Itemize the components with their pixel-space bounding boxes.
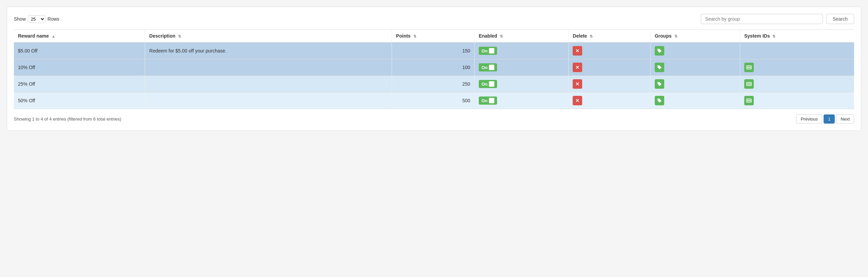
cell-points: 100 xyxy=(392,59,475,76)
rewards-table: Reward name ▲ Description ⇅ Points ⇅ Ena… xyxy=(14,29,854,109)
cell-description xyxy=(145,92,392,109)
table-header-row: Reward name ▲ Description ⇅ Points ⇅ Ena… xyxy=(14,30,854,43)
sort-icon-description: ⇅ xyxy=(178,34,181,39)
sysid-button[interactable] xyxy=(744,96,754,105)
groups-button[interactable] xyxy=(655,63,664,72)
cell-delete: ✕ xyxy=(569,59,651,76)
delete-button[interactable]: ✕ xyxy=(573,96,582,105)
cell-delete: ✕ xyxy=(569,92,651,109)
col-header-delete[interactable]: Delete ⇅ xyxy=(569,30,651,43)
search-area: Search xyxy=(701,14,854,24)
table-row: $5.00 OffRedeem for $5.00 off your purch… xyxy=(14,42,854,59)
cell-enabled: On xyxy=(474,92,568,109)
toggle-knob xyxy=(489,81,494,87)
cell-reward-name: 10% Off xyxy=(14,59,145,76)
cell-description xyxy=(145,76,392,92)
cell-sysid xyxy=(740,76,854,92)
search-button[interactable]: Search xyxy=(826,14,854,24)
sysid-button[interactable] xyxy=(744,63,754,72)
col-header-groups[interactable]: Groups ⇅ xyxy=(650,30,740,43)
sort-icon-reward-name: ▲ xyxy=(52,34,55,38)
delete-button[interactable]: ✕ xyxy=(573,63,582,72)
main-container: Show 25 10 50 100 Rows Search Reward nam… xyxy=(7,7,861,131)
cell-sysid xyxy=(740,92,854,109)
groups-button[interactable] xyxy=(655,79,664,89)
cell-enabled: On xyxy=(474,42,568,59)
toggle-knob xyxy=(489,98,494,103)
rows-label: Rows xyxy=(47,16,59,22)
pagination: Previous 1 Next xyxy=(796,114,854,124)
cell-description: Redeem for $5.00 off your purchase. xyxy=(145,42,392,59)
sysid-button[interactable] xyxy=(744,79,754,89)
enabled-toggle[interactable]: On xyxy=(479,47,497,55)
sort-icon-points: ⇅ xyxy=(413,34,416,39)
enabled-toggle[interactable]: On xyxy=(479,63,497,71)
col-header-enabled[interactable]: Enabled ⇅ xyxy=(474,30,568,43)
cell-points: 500 xyxy=(392,92,475,109)
col-header-description[interactable]: Description ⇅ xyxy=(145,30,392,43)
cell-delete: ✕ xyxy=(569,76,651,92)
search-group-input[interactable] xyxy=(701,14,823,24)
groups-button[interactable] xyxy=(655,96,664,105)
cell-points: 150 xyxy=(392,42,475,59)
cell-points: 250 xyxy=(392,76,475,92)
cell-sysid xyxy=(740,59,854,76)
col-header-points[interactable]: Points ⇅ xyxy=(392,30,475,43)
cell-groups xyxy=(650,42,740,59)
cell-groups xyxy=(650,92,740,109)
enabled-toggle[interactable]: On xyxy=(479,80,497,88)
sort-icon-delete: ⇅ xyxy=(590,34,593,39)
cell-enabled: On xyxy=(474,76,568,92)
enabled-toggle[interactable]: On xyxy=(479,97,497,105)
cell-enabled: On xyxy=(474,59,568,76)
cell-groups xyxy=(650,76,740,92)
table-row: 25% Off250On✕ xyxy=(14,76,854,92)
rows-select[interactable]: 25 10 50 100 xyxy=(28,15,45,23)
cell-groups xyxy=(650,59,740,76)
top-bar: Show 25 10 50 100 Rows Search xyxy=(14,14,854,24)
table-row: 50% Off500On✕ xyxy=(14,92,854,109)
prev-button[interactable]: Previous xyxy=(796,114,822,124)
cell-reward-name: 25% Off xyxy=(14,76,145,92)
page-1-button[interactable]: 1 xyxy=(824,114,835,124)
show-rows-control: Show 25 10 50 100 Rows xyxy=(14,15,59,23)
footer-bar: Showing 1 to 4 of 4 entries (filtered fr… xyxy=(14,114,854,124)
sort-icon-enabled: ⇅ xyxy=(500,34,503,39)
toggle-knob xyxy=(489,48,494,54)
sort-icon-sysids: ⇅ xyxy=(772,34,775,39)
groups-button[interactable] xyxy=(655,46,664,56)
show-label: Show xyxy=(14,16,26,22)
toggle-knob xyxy=(489,65,494,70)
cell-delete: ✕ xyxy=(569,42,651,59)
col-header-reward-name[interactable]: Reward name ▲ xyxy=(14,30,145,43)
delete-button[interactable]: ✕ xyxy=(573,79,582,89)
cell-reward-name: 50% Off xyxy=(14,92,145,109)
cell-description xyxy=(145,59,392,76)
col-header-sysids[interactable]: System IDs ⇅ xyxy=(740,30,854,43)
sort-icon-groups: ⇅ xyxy=(674,34,677,39)
cell-sysid xyxy=(740,42,854,59)
delete-button[interactable]: ✕ xyxy=(573,46,582,56)
table-summary: Showing 1 to 4 of 4 entries (filtered fr… xyxy=(14,116,121,122)
cell-reward-name: $5.00 Off xyxy=(14,42,145,59)
next-button[interactable]: Next xyxy=(836,114,854,124)
table-row: 10% Off100On✕ xyxy=(14,59,854,76)
